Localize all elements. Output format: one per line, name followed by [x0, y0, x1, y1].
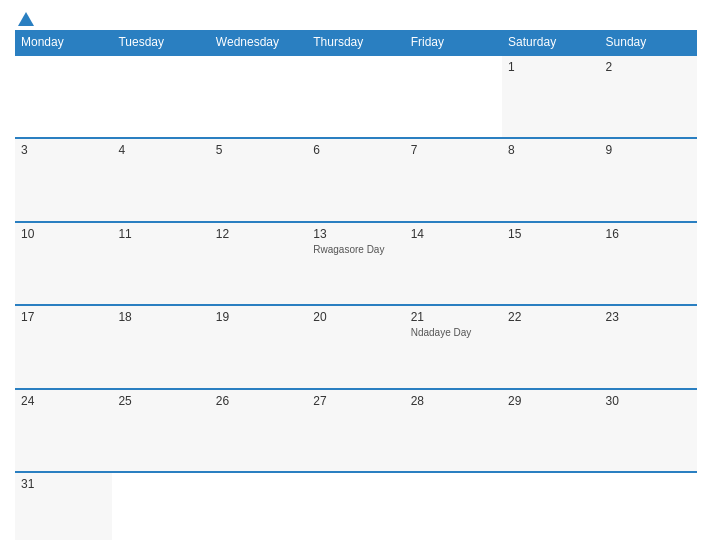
calendar-table: MondayTuesdayWednesdayThursdayFridaySatu…: [15, 30, 697, 540]
calendar-day-cell: 30: [600, 389, 697, 472]
day-number: 27: [313, 394, 398, 408]
holiday-label: Ndadaye Day: [411, 327, 496, 338]
calendar-day-cell: 22: [502, 305, 599, 388]
calendar-day-cell: 20: [307, 305, 404, 388]
calendar-day-cell: [307, 472, 404, 540]
calendar-week-row: 1718192021Ndadaye Day2223: [15, 305, 697, 388]
calendar-day-cell: [15, 55, 112, 138]
dow-header-sunday: Sunday: [600, 30, 697, 55]
day-number: 21: [411, 310, 496, 324]
calendar-day-cell: 13Rwagasore Day: [307, 222, 404, 305]
dow-header-friday: Friday: [405, 30, 502, 55]
day-number: 1: [508, 60, 593, 74]
calendar-week-row: 10111213Rwagasore Day141516: [15, 222, 697, 305]
logo: [15, 10, 35, 28]
calendar-day-cell: [307, 55, 404, 138]
day-number: 10: [21, 227, 106, 241]
day-number: 16: [606, 227, 691, 241]
calendar-day-cell: [600, 472, 697, 540]
calendar-day-cell: [112, 55, 209, 138]
calendar-day-cell: 21Ndadaye Day: [405, 305, 502, 388]
day-number: 3: [21, 143, 106, 157]
calendar-day-cell: 26: [210, 389, 307, 472]
day-number: 23: [606, 310, 691, 324]
dow-header-thursday: Thursday: [307, 30, 404, 55]
calendar-week-row: 24252627282930: [15, 389, 697, 472]
day-number: 17: [21, 310, 106, 324]
logo-triangle-icon: [17, 10, 35, 28]
day-number: 15: [508, 227, 593, 241]
calendar-day-cell: 24: [15, 389, 112, 472]
calendar-header-row: MondayTuesdayWednesdayThursdayFridaySatu…: [15, 30, 697, 55]
day-number: 24: [21, 394, 106, 408]
calendar-day-cell: 27: [307, 389, 404, 472]
calendar-day-cell: 4: [112, 138, 209, 221]
calendar-day-cell: 14: [405, 222, 502, 305]
calendar-day-cell: 18: [112, 305, 209, 388]
calendar-day-cell: 5: [210, 138, 307, 221]
day-number: 29: [508, 394, 593, 408]
calendar-day-cell: [210, 55, 307, 138]
calendar-day-cell: 10: [15, 222, 112, 305]
calendar-day-cell: 1: [502, 55, 599, 138]
day-number: 12: [216, 227, 301, 241]
calendar-week-row: 3456789: [15, 138, 697, 221]
calendar-week-row: 31: [15, 472, 697, 540]
calendar-day-cell: 3: [15, 138, 112, 221]
calendar-day-cell: 12: [210, 222, 307, 305]
calendar-week-row: 12: [15, 55, 697, 138]
day-number: 14: [411, 227, 496, 241]
day-number: 8: [508, 143, 593, 157]
calendar-day-cell: [405, 472, 502, 540]
day-number: 20: [313, 310, 398, 324]
calendar-day-cell: 8: [502, 138, 599, 221]
day-number: 6: [313, 143, 398, 157]
calendar-day-cell: [502, 472, 599, 540]
day-number: 19: [216, 310, 301, 324]
calendar-day-cell: 16: [600, 222, 697, 305]
day-number: 18: [118, 310, 203, 324]
calendar-day-cell: 2: [600, 55, 697, 138]
day-number: 26: [216, 394, 301, 408]
day-number: 31: [21, 477, 106, 491]
calendar-day-cell: 7: [405, 138, 502, 221]
day-number: 13: [313, 227, 398, 241]
day-number: 5: [216, 143, 301, 157]
dow-header-monday: Monday: [15, 30, 112, 55]
calendar-day-cell: [405, 55, 502, 138]
calendar-day-cell: 31: [15, 472, 112, 540]
day-number: 7: [411, 143, 496, 157]
calendar-day-cell: 6: [307, 138, 404, 221]
day-number: 4: [118, 143, 203, 157]
day-number: 30: [606, 394, 691, 408]
calendar-day-cell: 25: [112, 389, 209, 472]
calendar-day-cell: [210, 472, 307, 540]
calendar-header: [15, 10, 697, 28]
calendar-day-cell: 17: [15, 305, 112, 388]
day-number: 28: [411, 394, 496, 408]
dow-header-tuesday: Tuesday: [112, 30, 209, 55]
calendar-day-cell: 15: [502, 222, 599, 305]
dow-header-saturday: Saturday: [502, 30, 599, 55]
day-number: 25: [118, 394, 203, 408]
calendar-day-cell: 11: [112, 222, 209, 305]
calendar-day-cell: 23: [600, 305, 697, 388]
calendar-day-cell: [112, 472, 209, 540]
calendar-day-cell: 29: [502, 389, 599, 472]
calendar-day-cell: 28: [405, 389, 502, 472]
day-number: 2: [606, 60, 691, 74]
day-number: 9: [606, 143, 691, 157]
dow-header-wednesday: Wednesday: [210, 30, 307, 55]
holiday-label: Rwagasore Day: [313, 244, 398, 255]
calendar-day-cell: 9: [600, 138, 697, 221]
day-number: 22: [508, 310, 593, 324]
svg-marker-0: [18, 12, 34, 26]
calendar-day-cell: 19: [210, 305, 307, 388]
day-number: 11: [118, 227, 203, 241]
